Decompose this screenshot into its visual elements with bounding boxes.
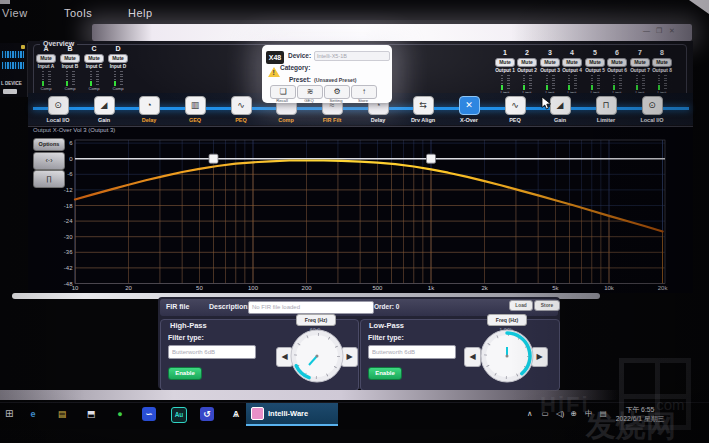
meter-column — [66, 71, 69, 86]
warning-icon — [268, 67, 280, 77]
menu-item-view[interactable]: View — [2, 7, 28, 19]
chain-block-gain[interactable]: ◢Gain — [87, 96, 121, 123]
mute-button[interactable]: Mute — [84, 54, 104, 63]
chain-block-icon: ⊙ — [642, 96, 663, 115]
taskbar-active-app[interactable]: Intelli-Ware — [246, 403, 338, 426]
chain-block-label: Gain — [87, 117, 121, 123]
x-axis-tick: 500 — [372, 285, 383, 291]
chain-block-drv-align[interactable]: ⇆Drv Align — [406, 96, 440, 123]
taskbar-icon-wave-app[interactable]: ∽ — [142, 407, 156, 421]
chain-block-icon: ✕ — [459, 96, 480, 115]
hp-enable-button[interactable]: Enable — [168, 367, 202, 380]
maximize-button[interactable]: ❐ — [656, 27, 662, 35]
mute-button[interactable]: Mute — [540, 58, 560, 67]
meter-column — [568, 75, 571, 90]
chain-block-label: Drv Align — [406, 117, 440, 123]
taskbar-icon-ms-store[interactable]: ⬒ — [84, 407, 98, 421]
mute-button[interactable]: Mute — [495, 58, 515, 67]
chain-block-x-over[interactable]: ✕X-Over — [452, 96, 486, 123]
meter-column — [96, 71, 99, 86]
level-meter — [539, 75, 561, 90]
popup-button-label: Setting — [324, 98, 348, 103]
chain-block-label: X-Over — [452, 117, 486, 123]
taskbar-icon-wechat[interactable]: ● — [113, 407, 127, 421]
fir-description-input[interactable]: No FIR file loaded — [248, 301, 374, 314]
level-meter — [83, 71, 105, 86]
level-meter — [651, 75, 673, 90]
y-axis-tick: -18 — [64, 203, 73, 209]
chain-block-label: PEQ — [498, 117, 532, 123]
preset-label: Preset: — [289, 76, 311, 83]
minimize-button[interactable]: — — [643, 27, 650, 34]
intelli-ware-icon — [251, 407, 264, 420]
channel-id: 4 — [561, 49, 583, 56]
chain-block-local-i-o[interactable]: ⊙Local I/O — [635, 96, 669, 123]
close-button[interactable]: ✕ — [669, 27, 675, 35]
mute-button[interactable]: Mute — [607, 58, 627, 67]
chain-block-label: Gain — [543, 117, 577, 123]
x-axis-tick: 200 — [302, 285, 313, 291]
chain-block-icon: ◢ — [94, 96, 115, 115]
chain-block-local-i-o[interactable]: ⊙Local I/O — [41, 96, 75, 123]
meter-column — [552, 75, 555, 90]
channel-id: B — [59, 45, 81, 52]
mute-button[interactable]: Mute — [60, 54, 80, 63]
chain-block-geq[interactable]: ▥GEQ — [178, 96, 212, 123]
tray-icon-tray-expand[interactable]: ∧ — [527, 409, 533, 418]
lp-enable-button[interactable]: Enable — [368, 367, 402, 380]
chain-block-label: GEQ — [178, 117, 212, 123]
filter-handle-2[interactable] — [427, 154, 436, 163]
tray-icon-volume[interactable]: ◁) — [556, 409, 564, 418]
meter-column — [529, 75, 532, 90]
level-meter — [584, 75, 606, 90]
chain-block-delay[interactable]: ◔Delay — [132, 96, 166, 123]
mute-button[interactable]: Mute — [630, 58, 650, 67]
x-axis-tick: 20k — [658, 285, 669, 291]
filter-handle-1[interactable] — [209, 154, 218, 163]
channel-id: 6 — [606, 49, 628, 56]
lp-freq-knob[interactable] — [476, 325, 538, 387]
chain-block-limiter[interactable]: ⊓Limiter — [589, 96, 623, 123]
chain-block-peq[interactable]: ∿PEQ — [498, 96, 532, 123]
taskbar-icon-edge-browser[interactable]: e — [26, 407, 40, 421]
mute-button[interactable]: Mute — [108, 54, 128, 63]
y-axis-tick: -6 — [67, 171, 73, 177]
watermark-logo — [619, 358, 691, 430]
menu-item-tools[interactable]: Tools — [64, 7, 92, 19]
fir-load-button[interactable]: Load — [509, 300, 533, 311]
menu-item-help[interactable]: Help — [128, 7, 153, 19]
device-name-field[interactable]: Intelli-X5-1B — [314, 51, 390, 61]
meter-column — [591, 75, 594, 90]
fir-store-button[interactable]: Store — [534, 300, 560, 311]
background-window-edge — [0, 390, 620, 400]
fir-file-label: FIR file — [166, 303, 189, 310]
chain-block-icon: ∿ — [505, 96, 526, 115]
hp-filter-type-select[interactable]: Butterworth 6dB — [168, 345, 256, 359]
taskbar-icon-file-explorer[interactable]: ▤ — [55, 407, 69, 421]
hp-freq-knob[interactable] — [286, 325, 348, 387]
device-label: Device: — [288, 52, 311, 59]
lp-filter-type-select[interactable]: Butterworth 6dB — [368, 345, 456, 359]
taskbar-icon-adobe-audition[interactable]: Au — [171, 407, 187, 423]
highpass-title: High-Pass — [170, 321, 207, 330]
tray-icon-network[interactable]: ⊕ — [571, 409, 577, 418]
comp-label: Comp — [35, 86, 57, 91]
mute-button[interactable]: Mute — [652, 58, 672, 67]
description-label: Description: — [209, 303, 250, 310]
screen: ViewToolsHelp — ❐ ✕ Overview L DEVICE AM… — [0, 0, 709, 443]
taskbar-icon-swirl-app[interactable]: ↺ — [200, 407, 214, 421]
meter-column — [90, 71, 93, 86]
tray-icon-display[interactable]: ▭ — [542, 409, 549, 418]
mute-button[interactable]: Mute — [517, 58, 537, 67]
chain-block-peq[interactable]: ∿PEQ — [224, 96, 258, 123]
tray-icon-ime-chinese[interactable]: 中 — [585, 409, 593, 419]
mute-button[interactable]: Mute — [585, 58, 605, 67]
preset-value: (Unsaved Preset) — [314, 77, 356, 83]
start-button[interactable]: ⊞ — [5, 408, 13, 419]
device-window-button[interactable] — [3, 89, 17, 94]
mute-button[interactable]: Mute — [562, 58, 582, 67]
taskbar-icon-wolf-app[interactable]: Ѧ — [229, 407, 243, 421]
level-meter — [494, 75, 516, 90]
popup-button-label: GEQ — [297, 98, 321, 103]
mute-button[interactable]: Mute — [36, 54, 56, 63]
